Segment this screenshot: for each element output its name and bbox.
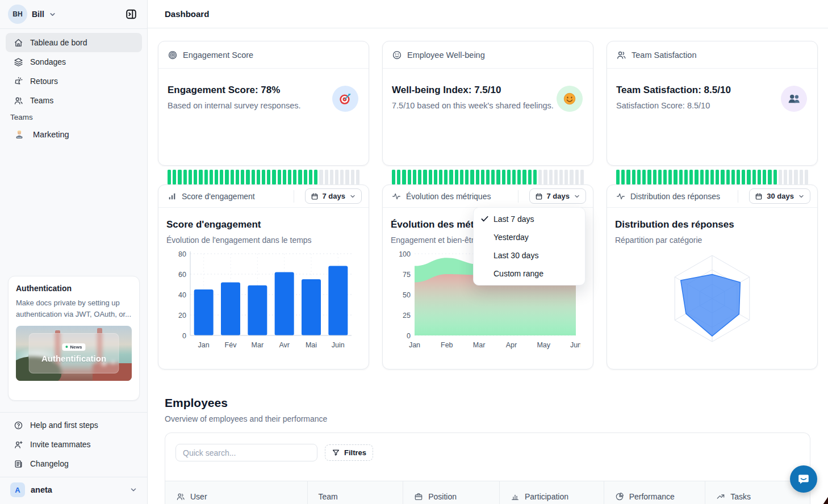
chevron-down-icon (798, 193, 805, 200)
sidebar-item-marketing[interactable]: Marketing (6, 125, 142, 144)
sidebar-item-tableau-de-bord[interactable]: Tableau de bord (6, 33, 142, 52)
layers-icon (14, 57, 23, 67)
svg-text:75: 75 (403, 271, 411, 279)
authentication-promo-card[interactable]: Authentication Make docs private by sett… (8, 276, 140, 401)
workspace-switcher[interactable]: A aneta (6, 480, 142, 499)
users-icon (176, 492, 185, 501)
chevron-down-icon (349, 193, 356, 200)
card-header-label: Team Satisfaction (632, 51, 696, 60)
avatar[interactable]: BH (8, 5, 27, 24)
card-body: Engagement Score: 78% Based on internal … (158, 69, 369, 119)
employees-subtitle: Overview of employees and their performa… (165, 414, 327, 423)
menu-item-last-30-days[interactable]: Last 30 days (474, 246, 585, 264)
megaphone-icon (14, 77, 23, 86)
bar-chart-icon (511, 492, 520, 501)
target-emoji (332, 86, 358, 112)
svg-text:Mar: Mar (252, 341, 264, 349)
engagement-chart-card: Score d'engagement 7 days Score d'engage… (158, 184, 369, 369)
radar-chart (615, 246, 809, 351)
promo-overlay: News Authentification (28, 333, 119, 374)
divider (0, 477, 147, 477)
divider (294, 190, 294, 203)
sidebar-item-changelog[interactable]: Changelog (6, 454, 142, 473)
smile-icon (392, 50, 402, 60)
nav-label: Tableau de bord (30, 38, 87, 47)
card-header: Score d'engagement 7 days (158, 185, 369, 208)
menu-item-yesterday[interactable]: Yesterday (474, 228, 585, 246)
sidebar-item-retours[interactable]: Retours (6, 72, 142, 91)
sidebar-item-invite[interactable]: Invite teammates (6, 435, 142, 454)
column-header-position[interactable]: Position (403, 481, 500, 504)
progress-bar (168, 170, 359, 184)
svg-text:Jun: Jun (570, 341, 580, 349)
card-header: Évolution des métriques 7 days (383, 185, 593, 208)
card-header-label: Score d'engagement (182, 192, 255, 201)
chart-title: Distribution des réponses (615, 219, 809, 230)
team-satisfaction-card: Team Satisfaction Team Satisfaction: 8.5… (607, 41, 818, 166)
svg-text:0: 0 (407, 332, 411, 340)
changelog-icon (14, 459, 23, 469)
column-header-participation[interactable]: Participation (500, 481, 604, 504)
menu-item-last-7-days[interactable]: Last 7 days (474, 210, 585, 228)
calendar-icon (535, 192, 543, 200)
nav-label: Invite teammates (30, 440, 91, 449)
bar-chart: 020406080JanFévMarAvrMaiJuin (166, 248, 361, 351)
promo-image[interactable]: News Authentification (16, 326, 132, 381)
sidebar-collapse-button[interactable] (123, 6, 139, 22)
home-icon (14, 38, 23, 48)
date-range-button[interactable]: 7 days (529, 188, 586, 204)
sidebar-item-teams[interactable]: Teams (6, 91, 142, 110)
filters-button[interactable]: Filtres (325, 444, 373, 461)
table-header-row: User Team Position Participation Perform… (165, 481, 810, 504)
progress-bar (616, 170, 808, 184)
search-input[interactable] (175, 444, 317, 461)
date-range-label: 30 days (767, 192, 794, 200)
date-range-dropdown: Last 7 days Yesterday Last 30 days Custo… (473, 207, 586, 285)
sidebar-footer-nav: Help and first steps Invite teammates Ch… (6, 415, 142, 473)
workspace-name: aneta (31, 485, 52, 494)
date-range-button[interactable]: 30 days (749, 188, 810, 204)
user-plus-icon (14, 440, 23, 450)
divider (0, 28, 147, 29)
technologist-emoji (14, 129, 25, 140)
chat-launcher-button[interactable] (790, 465, 817, 493)
svg-text:Juin: Juin (332, 341, 345, 349)
card-header: Team Satisfaction (607, 41, 817, 69)
svg-text:Jan: Jan (409, 341, 420, 349)
promo-image-caption: Authentification (41, 354, 106, 363)
column-header-performance[interactable]: Performance (604, 481, 706, 504)
workspace-avatar: A (10, 482, 25, 497)
user-name[interactable]: Bill (32, 10, 44, 19)
trending-up-icon (716, 492, 725, 501)
sidebar-item-help[interactable]: Help and first steps (6, 415, 142, 435)
card-body: Well-being Index: 7.5/10 7.5/10 based on… (383, 69, 593, 119)
team-label: Marketing (33, 130, 69, 139)
svg-text:50: 50 (403, 291, 411, 299)
date-range-button[interactable]: 7 days (305, 188, 362, 204)
menu-item-custom-range[interactable]: Custom range (474, 264, 585, 283)
chart-subtitle: Répartition par catégorie (615, 236, 809, 245)
card-header-label: Employee Well-being (407, 51, 485, 60)
page-title: Dashboard (165, 9, 209, 19)
employees-table-card: Filtres User Team Position Participation… (165, 432, 810, 504)
stat-subtitle: Based on internal survey responses. (168, 101, 359, 110)
svg-text:Mai: Mai (306, 341, 317, 349)
svg-text:80: 80 (178, 250, 186, 258)
nav-label: Sondages (30, 57, 66, 66)
sidebar-item-sondages[interactable]: Sondages (6, 52, 142, 72)
help-circle-icon (14, 421, 23, 430)
svg-text:20: 20 (178, 312, 186, 320)
column-header-team[interactable]: Team (308, 481, 404, 504)
svg-text:May: May (537, 341, 550, 349)
column-header-user[interactable]: User (165, 481, 308, 504)
divider (518, 190, 518, 203)
stat-title: Engagement Score: 78% (168, 85, 359, 96)
nav-label: Changelog (30, 459, 69, 468)
divider (738, 190, 738, 203)
calendar-icon (755, 192, 763, 200)
users-icon (616, 50, 626, 60)
news-dot-icon (66, 346, 68, 348)
activity-icon (392, 192, 401, 201)
card-header: Distribution des réponses 30 days (607, 185, 817, 208)
svg-text:100: 100 (399, 250, 411, 258)
